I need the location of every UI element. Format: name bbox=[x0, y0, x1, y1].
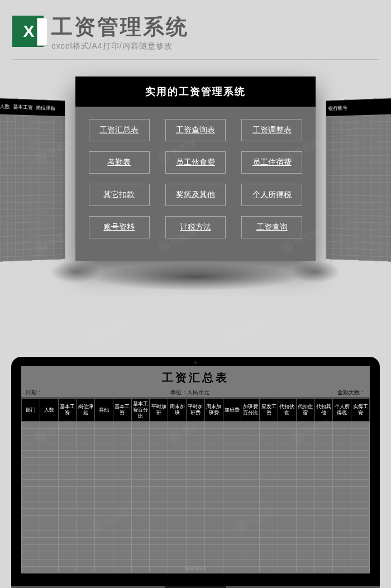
table-cell bbox=[40, 458, 58, 465]
table-cell bbox=[113, 472, 131, 480]
table-row bbox=[22, 494, 370, 501]
table-cell bbox=[22, 523, 40, 530]
table-cell bbox=[187, 472, 205, 480]
table-cell bbox=[296, 480, 314, 487]
table-col-header: 应发工资 bbox=[260, 399, 278, 422]
table-cell bbox=[168, 465, 187, 472]
table-row bbox=[22, 523, 370, 530]
table-cell bbox=[314, 422, 333, 429]
table-cell bbox=[296, 552, 314, 560]
table-cell bbox=[22, 530, 40, 538]
table-cell bbox=[260, 451, 278, 458]
table-cell bbox=[223, 538, 241, 545]
table-cell bbox=[351, 538, 370, 545]
table-cell bbox=[260, 472, 278, 480]
table-cell bbox=[223, 436, 241, 443]
table-cell bbox=[351, 501, 370, 509]
excel-icon-letter: X bbox=[23, 22, 32, 41]
menu-btn-account[interactable]: 账号资料 bbox=[89, 216, 150, 238]
table-col-header: 代扣其他 bbox=[314, 399, 333, 422]
table-cell bbox=[223, 552, 241, 560]
table-cell bbox=[150, 487, 168, 494]
table-cell bbox=[260, 443, 278, 451]
table-cell bbox=[113, 523, 131, 530]
menu-btn-bonus[interactable]: 奖惩及其他 bbox=[165, 184, 226, 206]
table-cell bbox=[95, 465, 113, 472]
menu-title: 实用的工资管理系统 bbox=[75, 77, 316, 107]
table-cell bbox=[241, 422, 260, 429]
table-cell bbox=[22, 545, 40, 552]
col-label: 岗位津贴 bbox=[36, 104, 55, 112]
table-cell bbox=[333, 509, 351, 516]
table-cell bbox=[351, 429, 370, 436]
table-cell bbox=[22, 472, 40, 480]
table-cell bbox=[296, 516, 314, 523]
menu-btn-deduction[interactable]: 其它扣款 bbox=[89, 184, 150, 206]
menu-btn-attendance[interactable]: 考勤表 bbox=[89, 151, 150, 174]
table-cell bbox=[150, 480, 168, 487]
table-cell bbox=[22, 516, 40, 523]
menu-btn-summary[interactable]: 工资汇总表 bbox=[89, 119, 150, 141]
page-title: 工资管理系统 bbox=[51, 16, 379, 39]
table-cell bbox=[314, 567, 333, 572]
menu-grid: 工资汇总表 工资查询表 工资调整表 考勤表 员工伙食费 员工住宿费 其它扣款 奖… bbox=[75, 107, 316, 251]
menu-btn-lodging[interactable]: 员工住宿费 bbox=[241, 151, 302, 174]
table-cell bbox=[296, 422, 314, 429]
table-cell bbox=[333, 429, 351, 436]
menu-btn-adjust[interactable]: 工资调整表 bbox=[241, 119, 302, 141]
table-cell bbox=[168, 501, 187, 509]
table-cell bbox=[241, 509, 260, 516]
table-cell bbox=[150, 501, 168, 509]
table-row bbox=[22, 451, 370, 458]
table-cell bbox=[95, 538, 113, 545]
table-cell bbox=[150, 436, 168, 443]
table-cell bbox=[351, 545, 370, 552]
table-cell bbox=[22, 458, 40, 465]
table-cell bbox=[351, 458, 370, 465]
table-cell bbox=[77, 451, 95, 458]
menu-btn-meal[interactable]: 员工伙食费 bbox=[165, 151, 226, 174]
menu-btn-query[interactable]: 工资查询表 bbox=[165, 119, 226, 141]
table-cell bbox=[113, 487, 131, 494]
table-cell bbox=[278, 465, 296, 472]
table-col-header: 基本工资百分比 bbox=[131, 399, 150, 422]
table-cell bbox=[150, 523, 168, 530]
table-cell bbox=[333, 458, 351, 465]
menu-btn-tax[interactable]: 个人所得税 bbox=[241, 184, 302, 206]
table-cell bbox=[314, 465, 333, 472]
table-cell bbox=[58, 465, 77, 472]
menu-btn-salaryquery[interactable]: 工资查询 bbox=[241, 216, 302, 238]
table-cell bbox=[95, 487, 113, 494]
table-cell bbox=[77, 545, 95, 552]
table-cell bbox=[58, 530, 77, 538]
table-row bbox=[22, 443, 370, 451]
laptop-brand-label: MacBook bbox=[185, 566, 206, 571]
table-cell bbox=[58, 538, 77, 545]
table-cell bbox=[150, 530, 168, 538]
table-cell bbox=[40, 443, 58, 451]
table-cell bbox=[22, 501, 40, 509]
table-cell bbox=[95, 530, 113, 538]
table-cell bbox=[223, 465, 241, 472]
table-meta-row: 日期： 单位：人民币元 全勤天数： bbox=[21, 388, 370, 398]
table-cell bbox=[333, 523, 351, 530]
table-cell bbox=[351, 494, 370, 501]
table-cell bbox=[351, 552, 370, 560]
left-sheet-preview: 部门 人数 基本工资 岗位津贴 bbox=[0, 97, 65, 262]
table-cell bbox=[333, 552, 351, 560]
table-cell bbox=[204, 465, 223, 472]
table-cell bbox=[113, 429, 131, 436]
table-cell bbox=[278, 560, 296, 567]
table-cell bbox=[22, 552, 40, 560]
table-cell bbox=[113, 545, 131, 552]
table-cell bbox=[241, 451, 260, 458]
table-cell bbox=[40, 560, 58, 567]
table-cell bbox=[95, 443, 113, 451]
table-row bbox=[22, 422, 370, 429]
table-cell bbox=[314, 552, 333, 560]
table-cell bbox=[296, 509, 314, 516]
table-cell bbox=[40, 436, 58, 443]
table-cell bbox=[333, 494, 351, 501]
menu-btn-taxmethod[interactable]: 计税方法 bbox=[165, 216, 226, 238]
table-cell bbox=[150, 509, 168, 516]
